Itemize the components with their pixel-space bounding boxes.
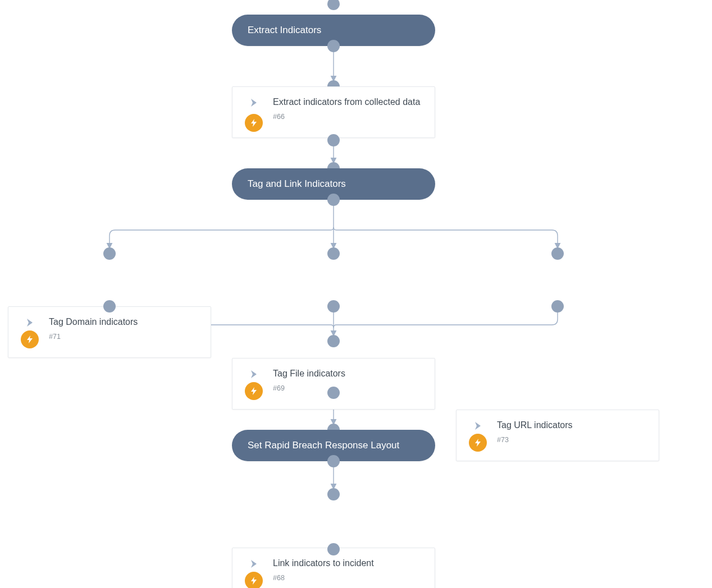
connector-dot <box>327 455 340 467</box>
section-title: Extract Indicators <box>248 25 321 36</box>
connector-dot <box>327 247 340 260</box>
connector-dot <box>327 0 340 10</box>
connector-dot <box>327 335 340 347</box>
task-tag-file[interactable]: Tag File indicators #69 <box>232 358 435 410</box>
bolt-icon <box>245 114 263 132</box>
chevron-icon <box>24 316 38 329</box>
task-hash: #68 <box>273 574 423 582</box>
connector-dot <box>551 247 564 260</box>
task-title: Link indicators to incident <box>273 557 423 569</box>
chevron-icon <box>248 96 262 109</box>
connector-dot <box>327 40 340 52</box>
connector-dot <box>327 300 340 313</box>
bolt-icon <box>245 382 263 400</box>
task-title: Tag File indicators <box>273 368 423 380</box>
chevron-icon <box>472 419 486 433</box>
section-title: Tag and Link Indicators <box>248 178 346 190</box>
task-hash: #69 <box>273 384 423 392</box>
connector-dot <box>103 300 116 313</box>
chevron-icon <box>248 557 262 571</box>
task-hash: #71 <box>49 333 199 341</box>
connector-dot <box>327 194 340 206</box>
task-hash: #73 <box>497 436 647 444</box>
task-hash: #66 <box>273 113 423 121</box>
connector-dot <box>327 387 340 399</box>
bolt-icon <box>469 434 487 452</box>
chevron-icon <box>248 368 262 381</box>
connector-dot <box>327 134 340 146</box>
task-title: Tag Domain indicators <box>49 316 199 328</box>
task-extract-indicators[interactable]: Extract indicators from collected data #… <box>232 86 435 138</box>
connector-dot <box>551 300 564 313</box>
connector-dot <box>327 543 340 555</box>
bolt-icon <box>21 330 39 348</box>
task-title: Tag URL indicators <box>497 419 647 431</box>
task-title: Extract indicators from collected data <box>273 96 423 108</box>
bolt-icon <box>245 572 263 588</box>
connector-dot <box>103 247 116 260</box>
task-tag-domain[interactable]: Tag Domain indicators #71 <box>8 306 211 358</box>
connector-dot <box>327 488 340 500</box>
section-title: Set Rapid Breach Response Layout <box>248 440 399 451</box>
task-tag-url[interactable]: Tag URL indicators #73 <box>456 410 659 461</box>
